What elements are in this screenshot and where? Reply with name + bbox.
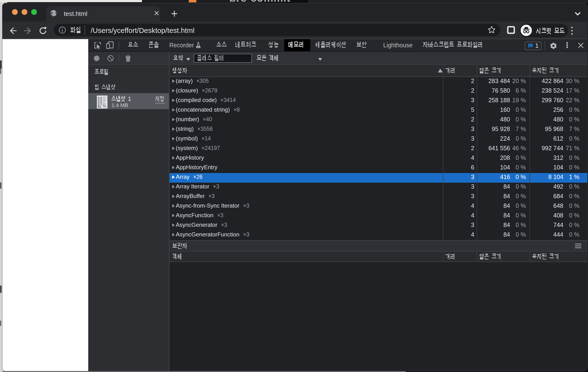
svg-text:11: 11 [98, 104, 102, 109]
svg-text:%: % [103, 104, 106, 109]
